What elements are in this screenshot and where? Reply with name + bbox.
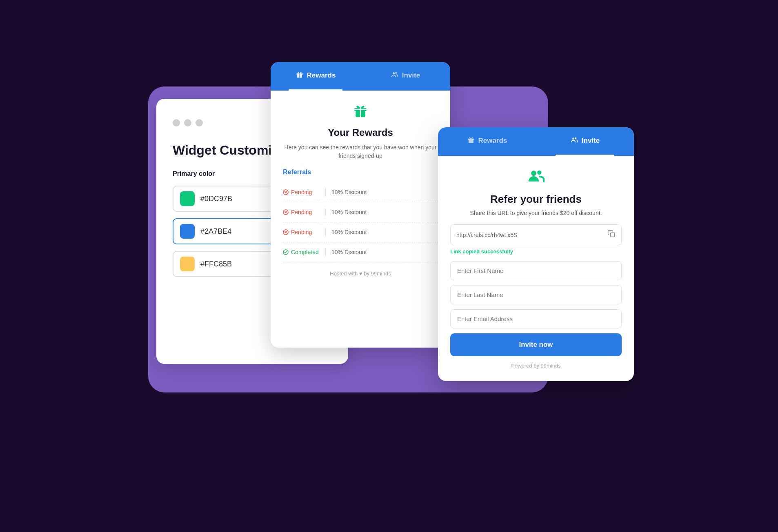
invite-url: http://i.refs.cc/rh4wLx5S (456, 232, 603, 238)
svg-rect-25 (611, 233, 615, 237)
tab-rewards-invite[interactable]: Rewards (438, 127, 536, 156)
rewards-widget: Rewards Invite (271, 62, 450, 348)
rewards-tab-icon (296, 71, 304, 81)
discount-label: 10% Discount (331, 249, 367, 255)
tab-invite-active[interactable]: Invite (536, 127, 634, 156)
invite-tab-label-bg: Invite (402, 71, 420, 80)
dot-2 (184, 119, 191, 126)
status-badge: Pending (283, 189, 320, 195)
copy-icon[interactable] (607, 230, 616, 240)
referrals-label: Referrals (283, 168, 438, 176)
copy-success-message: Link copied successfully (450, 248, 622, 255)
rewards-content: Your Rewards Here you can see the reward… (271, 91, 450, 285)
scene: Widget Customizations Primary color #0DC… (144, 62, 634, 470)
svg-point-21 (572, 137, 574, 140)
svg-point-3 (393, 72, 395, 74)
invite-content: Refer your friends Share this URL to giv… (438, 156, 634, 381)
rewards-tab-label-invite: Rewards (478, 137, 507, 145)
invite-tab-label-active: Invite (582, 137, 600, 145)
divider (325, 208, 326, 216)
tab-rewards[interactable]: Rewards (271, 62, 360, 91)
status-badge: Pending (283, 209, 320, 215)
color-label-yellow: #FFC85B (200, 260, 232, 268)
rewards-tab-label: Rewards (307, 71, 336, 80)
invite-tab-icon-bg (391, 71, 399, 81)
svg-point-24 (537, 171, 541, 175)
rewards-desc: Here you can see the rewards that you ha… (283, 143, 438, 160)
color-swatch-yellow (180, 257, 195, 271)
svg-rect-20 (469, 140, 473, 143)
invite-title: Refer your friends (450, 193, 622, 206)
color-swatch-blue (180, 224, 195, 239)
divider (325, 188, 326, 196)
divider (325, 248, 326, 256)
svg-point-23 (531, 171, 536, 176)
color-label-green: #0DC97B (200, 195, 232, 203)
svg-point-22 (575, 137, 576, 139)
tab-invite-bg[interactable]: Invite (360, 62, 450, 91)
rewards-title: Your Rewards (283, 127, 438, 138)
first-name-input[interactable] (450, 261, 622, 280)
powered-footer: Powered by 99minds (450, 363, 622, 369)
invite-desc: Share this URL to give your friends $20 … (450, 210, 622, 216)
rewards-tab-bar: Rewards Invite (271, 62, 450, 91)
invite-friends-icon (450, 167, 622, 189)
table-row: Pending 10% Discount (283, 202, 438, 222)
rewards-gift-icon (283, 103, 438, 123)
table-row: Pending 10% Discount (283, 182, 438, 202)
invite-tab-bar: Rewards Invite (438, 127, 634, 156)
status-badge: Pending (283, 229, 320, 235)
dot-1 (173, 119, 180, 126)
table-row: Pending 10% Discount (283, 222, 438, 242)
email-input[interactable] (450, 309, 622, 328)
table-row: Completed 10% Discount (283, 242, 438, 262)
discount-label: 10% Discount (331, 189, 367, 195)
invite-now-button[interactable]: Invite now (450, 333, 622, 356)
url-row: http://i.refs.cc/rh4wLx5S (450, 224, 622, 245)
rewards-icon-invite (467, 136, 475, 146)
last-name-input[interactable] (450, 285, 622, 304)
invite-tab-icon-active (570, 136, 578, 146)
invite-widget: Rewards Invite (438, 127, 634, 381)
color-swatch-green (180, 191, 195, 206)
discount-label: 10% Discount (331, 209, 367, 215)
dot-3 (196, 119, 203, 126)
color-label-blue: #2A7BE4 (200, 227, 231, 236)
status-badge: Completed (283, 249, 320, 255)
svg-rect-19 (468, 138, 474, 140)
divider (325, 228, 326, 236)
discount-label: 10% Discount (331, 229, 367, 235)
svg-point-4 (395, 72, 397, 73)
hosted-footer: Hosted with ♥ by 99minds (283, 270, 438, 277)
